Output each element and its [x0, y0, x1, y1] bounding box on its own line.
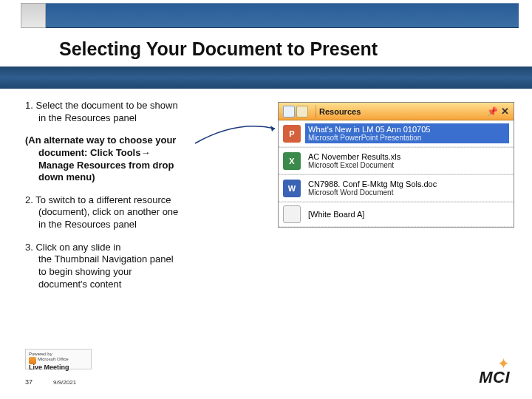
step-text: in the Resources panel	[25, 219, 269, 231]
decorative-blue-band	[0, 66, 532, 89]
live-meeting-badge: Powered by Microsoft Office Live Meeting	[25, 349, 92, 369]
step-text: the Thumbnail Navigation panel	[25, 253, 269, 266]
resource-name: AC November Results.xls	[308, 152, 506, 161]
resource-name: [White Board A]	[308, 210, 506, 219]
page-title: Selecting Your Document to Present	[59, 38, 378, 60]
resource-item-selected[interactable]: P What's New in LM 05 Ann 010705 Microso…	[279, 120, 514, 147]
decorative-top-bar	[46, 3, 519, 28]
step-text: Select the document to be shown	[35, 100, 177, 111]
badge-line: Powered by	[29, 352, 88, 357]
step-text: To switch to a different resource	[35, 194, 171, 205]
panel-app-icon	[283, 106, 295, 117]
alt-text: down menu)	[25, 171, 269, 184]
step-text: (document), click on another one	[25, 206, 269, 219]
resource-type: Microsoft Word Document	[308, 188, 506, 197]
step-2: 2. To switch to a different resource (do…	[25, 194, 269, 231]
close-icon[interactable]: ✕	[501, 106, 509, 117]
alt-text: document: Click Tools→	[25, 147, 269, 160]
resource-item[interactable]: [White Board A]	[279, 202, 514, 227]
resources-panel: Resources 📌 ✕ P What's New in LM 05 Ann …	[278, 102, 514, 228]
pin-icon[interactable]: 📌	[487, 106, 498, 117]
resource-type: Microsoft Excel Document	[308, 161, 506, 169]
resource-item[interactable]: W CN7988. Conf E-Mktg Mtg Sols.doc Micro…	[279, 175, 514, 202]
resource-type: Microsoft PowerPoint Presentation	[308, 134, 506, 142]
resources-list: P What's New in LM 05 Ann 010705 Microso…	[279, 120, 514, 227]
separator	[316, 105, 316, 118]
decorative-tile	[21, 3, 46, 28]
badge-line: Microsoft Office	[38, 357, 69, 362]
step-text: in the Resources panel	[25, 112, 269, 125]
resource-name: What's New in LM 05 Ann 010705	[308, 125, 506, 134]
word-icon: W	[283, 180, 301, 197]
instruction-text-block: 1. Select the document to be shown in th…	[25, 100, 269, 301]
panel-doc-icon	[296, 106, 308, 117]
whiteboard-icon	[283, 205, 301, 223]
step-text: Click on any slide in	[35, 242, 120, 253]
page-date: 9/9/2021	[53, 379, 76, 386]
alt-text: (An alternate way to choose your	[25, 134, 176, 146]
step-1: 1. Select the document to be shown in th…	[25, 100, 269, 124]
alternate-instructions: (An alternate way to choose your documen…	[25, 134, 269, 184]
step-number: 2.	[25, 194, 35, 205]
resource-item[interactable]: X AC November Results.xls Microsoft Exce…	[279, 148, 514, 174]
resource-name: CN7988. Conf E-Mktg Mtg Sols.doc	[308, 180, 506, 188]
step-text: document's content	[25, 279, 269, 291]
step-text: to begin showing your	[25, 266, 269, 279]
step-number: 1.	[25, 100, 35, 111]
resources-panel-header: Resources 📌 ✕	[279, 103, 514, 120]
badge-name: Live Meeting	[29, 364, 88, 372]
step-number: 3.	[25, 242, 35, 253]
panel-title: Resources	[319, 107, 487, 116]
excel-icon: X	[283, 152, 301, 170]
step-3: 3. Click on any slide in the Thumbnail N…	[25, 242, 269, 291]
powerpoint-icon: P	[283, 125, 301, 143]
alt-text: Manage Resources from drop	[25, 160, 269, 172]
page-number: 37	[25, 378, 33, 386]
mci-logo: MCI	[479, 368, 510, 387]
